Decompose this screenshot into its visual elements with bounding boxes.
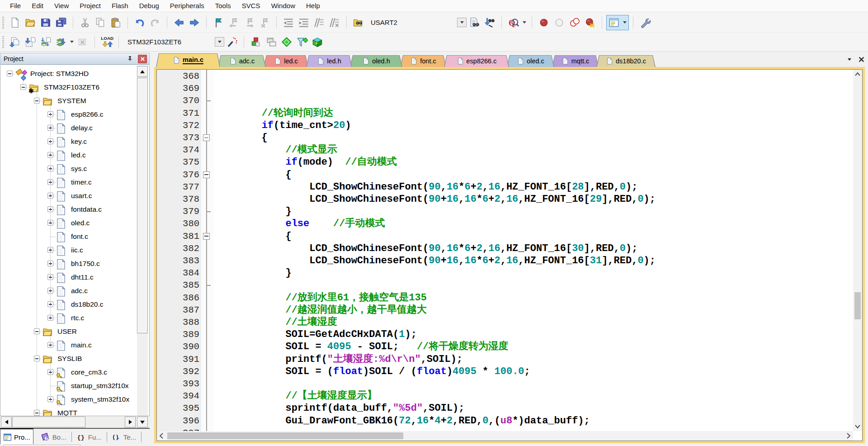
expand-box[interactable] (47, 193, 53, 199)
panel-tab-te[interactable]: () Te... (109, 429, 139, 445)
target-select-combo-dropdown-button[interactable] (215, 37, 224, 47)
expand-box[interactable] (47, 179, 53, 185)
fold-collapse-box[interactable] (203, 233, 210, 240)
menu-tools[interactable]: Tools (210, 0, 236, 12)
bookmark-prev-button[interactable] (226, 15, 241, 30)
editor-tab-adc-c[interactable]: adc.c (218, 55, 266, 67)
menu-help[interactable]: Help (301, 0, 326, 12)
copy-button[interactable] (93, 15, 108, 30)
editor-tab-oled-c[interactable]: oled.c (507, 55, 554, 67)
nav-back-button[interactable] (171, 15, 187, 30)
breakpoint-enable-button[interactable] (552, 15, 567, 30)
menu-svcs[interactable]: SVCS (236, 0, 266, 12)
expand-box[interactable] (47, 152, 53, 158)
collapse-box[interactable] (20, 84, 26, 90)
collapse-box[interactable] (34, 98, 40, 104)
tree-item-main-c[interactable]: main.c (0, 338, 92, 352)
incremental-find-button[interactable] (482, 15, 497, 30)
editor-tab-esp8266-c[interactable]: esp8266.c (444, 55, 509, 67)
filter-packs-button[interactable] (294, 34, 310, 50)
pin-icon[interactable] (126, 55, 134, 63)
tree-item-oled-c[interactable]: oled.c (0, 216, 90, 230)
editor-tab-led-h[interactable]: led.h (306, 55, 352, 67)
rebuild-button[interactable] (38, 34, 53, 50)
editor-tab-led-c[interactable]: led.c (264, 55, 308, 67)
target-select-combo[interactable]: STM32F103ZET6 (123, 35, 224, 49)
target-select-combo-value[interactable]: STM32F103ZET6 (123, 38, 185, 46)
editor-vertical-scrollbar[interactable] (853, 70, 862, 431)
tree-item-led-c[interactable]: led.c (0, 148, 86, 162)
collapse-box[interactable] (34, 410, 40, 416)
find-text-combo[interactable]: USART2 (366, 16, 467, 29)
tree-item-fontdata-c[interactable]: fontdata.c (0, 203, 102, 216)
uncomment-sel-button[interactable] (327, 15, 342, 30)
expand-box[interactable] (47, 125, 53, 131)
tree-item-rtc-c[interactable]: rtc.c (0, 311, 84, 325)
indent-more-button[interactable] (296, 15, 311, 30)
breakpoint-kill-all-button[interactable] (582, 15, 598, 30)
expand-box[interactable] (47, 315, 53, 321)
expand-box[interactable] (47, 220, 53, 226)
load-button[interactable]: LOAD (99, 34, 114, 50)
new-file-button[interactable] (7, 15, 23, 30)
menu-peripherals[interactable]: Peripherals (165, 0, 210, 12)
bookmark-next-button[interactable] (241, 15, 257, 30)
bookmark-button[interactable] (211, 15, 226, 30)
panel-tab-fu[interactable]: {} Fu... (74, 429, 104, 445)
batch-build-button[interactable] (53, 34, 69, 50)
expand-box[interactable] (47, 396, 53, 402)
open-folder-button[interactable] (23, 15, 38, 30)
dropdown-caret-button[interactable] (69, 34, 75, 50)
close-document-icon[interactable] (859, 57, 864, 62)
manage-layout-button[interactable] (264, 34, 279, 50)
expand-box[interactable] (47, 301, 53, 307)
caret-down-icon[interactable] (621, 15, 628, 30)
indent-less-button[interactable] (281, 15, 296, 30)
collapse-box[interactable] (34, 328, 40, 334)
comment-sel-button[interactable] (311, 15, 327, 30)
expand-box[interactable] (47, 111, 53, 117)
undo-button[interactable] (132, 15, 147, 30)
build-button[interactable] (23, 34, 38, 50)
tree-item-usart-c[interactable]: usart.c (0, 189, 92, 203)
menu-view[interactable]: View (49, 0, 74, 12)
find-text-combo-dropdown-button[interactable] (457, 18, 467, 27)
stop-build-button[interactable] (75, 34, 90, 50)
tree-item-syslib[interactable]: SYSLIB (0, 352, 82, 365)
menu-project[interactable]: Project (74, 0, 106, 12)
panel-tab-bo[interactable]: ? Bo... (38, 429, 69, 445)
scroll-up-icon[interactable] (853, 71, 862, 79)
editor-tab-mqtt-c[interactable]: mqtt.c (552, 55, 599, 67)
editor-hscroll-thumb[interactable] (167, 432, 403, 439)
redo-button[interactable] (147, 15, 163, 30)
tree-item-system[interactable]: SYSTEM (0, 94, 86, 108)
scroll-left-icon[interactable] (158, 431, 166, 441)
tree-item-font-c[interactable]: font.c (0, 230, 88, 243)
paste-button[interactable] (108, 15, 123, 30)
collapse-box[interactable] (7, 71, 13, 76)
tree-scroll-right-button[interactable] (125, 417, 136, 427)
translate-button[interactable] (7, 34, 23, 50)
menu-window[interactable]: Window (266, 0, 301, 12)
tree-item-mqtt[interactable]: MQTT (0, 406, 77, 416)
find-button[interactable] (467, 15, 482, 30)
toolbar-grip[interactable] (2, 36, 4, 48)
tree-item-ds18b20-c[interactable]: ds18b20.c (0, 298, 104, 311)
tree-item-iic-c[interactable]: iic.c (0, 243, 83, 257)
tree-item-core-cm3-c[interactable]: core_cm3.c (0, 365, 107, 379)
code-editor-surface[interactable]: //轮询时间到达 if(time_cnt>20) { //模式显示 if(mod… (214, 70, 853, 431)
tab-list-dropdown-icon[interactable] (848, 58, 851, 61)
tree-scroll-down-button[interactable] (137, 417, 148, 427)
toolbar-grip[interactable] (2, 17, 4, 28)
expand-box[interactable] (47, 288, 53, 294)
tree-scrollbar-thumb[interactable] (137, 78, 148, 333)
expand-box[interactable] (47, 369, 53, 375)
tree-item-dht11-c[interactable]: dht11.c (0, 270, 94, 284)
manage-components-button[interactable] (248, 34, 264, 50)
expand-box[interactable] (47, 274, 53, 280)
lookup-button[interactable]: Q (506, 15, 521, 30)
tree-item-adc-c[interactable]: adc.c (0, 284, 88, 298)
editor-tab-oled-h[interactable]: oled.h (350, 55, 402, 67)
close-panel-button[interactable] (138, 55, 147, 63)
scroll-down-icon[interactable] (853, 422, 862, 430)
